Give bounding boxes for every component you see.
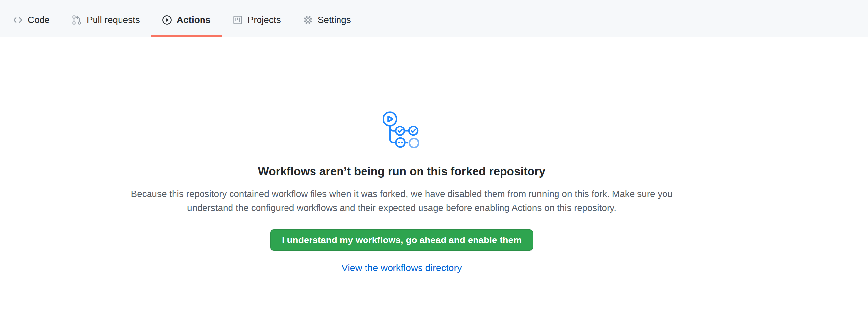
gear-icon	[303, 15, 313, 25]
tab-label: Projects	[248, 15, 281, 25]
actions-empty-state: Workflows aren’t being run on this forke…	[0, 37, 803, 274]
play-circle-icon	[162, 15, 172, 25]
tab-actions[interactable]: Actions	[151, 0, 222, 37]
project-board-icon	[232, 15, 243, 25]
tab-projects[interactable]: Projects	[222, 0, 292, 37]
code-icon	[12, 15, 23, 25]
pull-request-icon	[71, 15, 82, 25]
view-workflows-directory-link[interactable]: View the workflows directory	[341, 262, 462, 274]
empty-state-title: Workflows aren’t being run on this forke…	[258, 164, 546, 179]
tab-label: Actions	[177, 15, 211, 25]
tab-pull-requests[interactable]: Pull requests	[61, 0, 151, 37]
tab-code[interactable]: Code	[2, 0, 61, 37]
empty-state-description: Because this repository contained workfl…	[119, 187, 685, 215]
tab-label: Pull requests	[87, 15, 140, 25]
repo-tab-nav: Code Pull requests Actions Projects	[0, 0, 868, 37]
tab-label: Settings	[318, 15, 351, 25]
enable-workflows-button[interactable]: I understand my workflows, go ahead and …	[270, 229, 533, 251]
actions-workflow-graph-icon	[383, 111, 421, 148]
tab-label: Code	[28, 15, 50, 25]
tab-settings[interactable]: Settings	[292, 0, 362, 37]
